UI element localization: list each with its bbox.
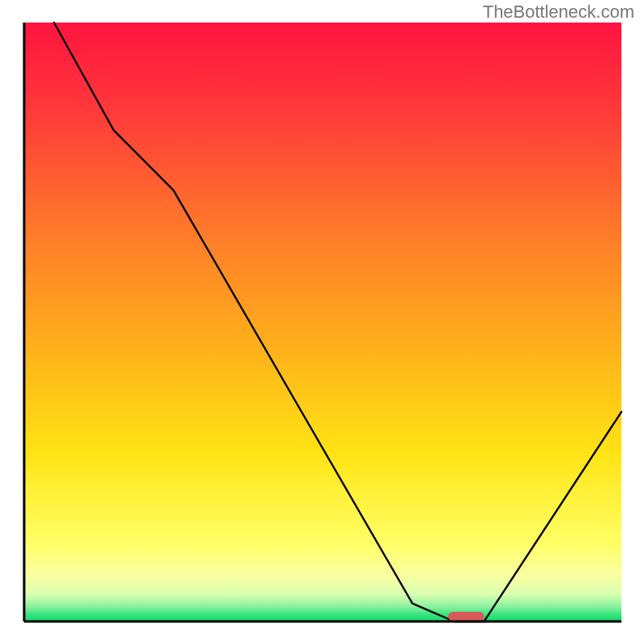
watermark-text: TheBottleneck.com: [483, 2, 634, 23]
bottleneck-chart: [0, 0, 644, 644]
svg-rect-1: [448, 612, 485, 621]
chart-container: TheBottleneck.com: [0, 0, 644, 644]
svg-rect-0: [24, 23, 621, 621]
